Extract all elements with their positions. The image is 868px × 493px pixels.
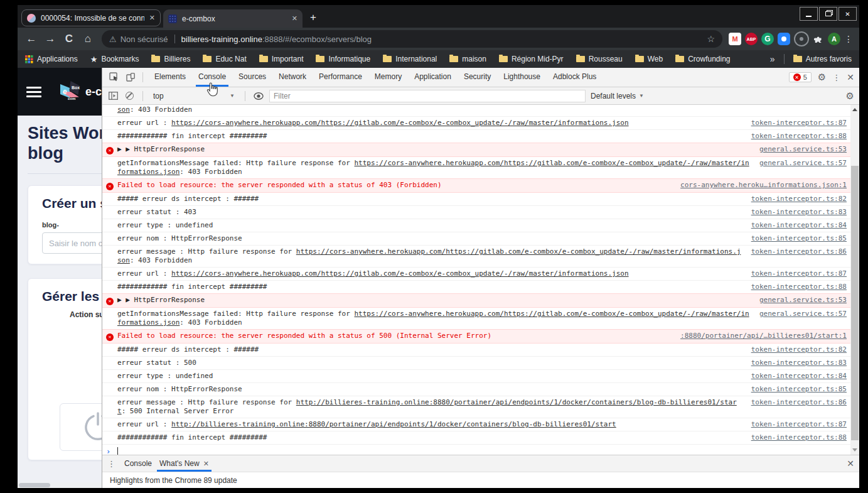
message-url-link[interactable]: https://cors-anywhere.herokuapp.com/http… (171, 269, 628, 278)
expandable-error-object[interactable]: ▶ ▶ HttpErrorResponse (117, 296, 205, 304)
drawer-menu-icon[interactable]: ⋮ (107, 459, 115, 469)
puzzle-extensions-icon[interactable] (813, 33, 824, 45)
reload-icon[interactable]: C (62, 33, 77, 45)
live-expression-eye-icon[interactable] (253, 91, 264, 101)
bookmark-item[interactable]: Région Mid-Pyr (499, 55, 564, 63)
tab-console[interactable]: Console (192, 68, 232, 87)
source-location-link[interactable]: token-interceptor.ts:86 (751, 398, 847, 407)
hamburger-menu-icon[interactable] (26, 84, 41, 100)
chrome-menu-icon[interactable]: ⋮ (844, 34, 853, 44)
bookmark-star-icon[interactable]: ☆ (707, 34, 715, 44)
source-location-link[interactable]: token-interceptor.ts:85 (751, 385, 847, 394)
tab-lighthouse[interactable]: Lighthouse (497, 68, 547, 87)
console-filter-input[interactable] (269, 90, 586, 102)
page-horizontal-scrollbar[interactable] (18, 482, 102, 488)
source-location-link[interactable]: token-interceptor.ts:87 (751, 420, 847, 429)
tab-memory[interactable]: Memory (368, 68, 408, 87)
back-icon[interactable]: ← (24, 33, 39, 45)
bookmark-item[interactable]: Informatique (316, 55, 370, 63)
other-bookmarks-button[interactable]: Autres favoris (793, 55, 852, 63)
message-url-link[interactable]: https://cors-anywhere.herokuapp.com/http… (171, 119, 628, 127)
tab-adblock-plus[interactable]: Adblock Plus (547, 68, 603, 87)
bookmark-item[interactable]: Applications (25, 55, 78, 63)
source-location-link[interactable]: token-interceptor.ts:84 (751, 221, 847, 230)
tab-close-icon[interactable]: ✕ (203, 456, 209, 472)
inspect-element-icon[interactable] (107, 71, 121, 84)
source-location-link[interactable]: token-interceptor.ts:83 (751, 208, 847, 217)
expandable-error-object[interactable]: ▶ ▶ HttpErrorResponse (117, 145, 205, 153)
security-indicator[interactable]: ⚠ Non sécurisé (109, 35, 168, 44)
bookmark-item[interactable]: Billieres (151, 55, 190, 63)
console-settings-gear-icon[interactable]: ⚙ (846, 90, 854, 102)
source-location-link[interactable]: general.service.ts:57 (759, 159, 847, 168)
source-location-link[interactable]: general.service.ts:53 (759, 296, 847, 305)
eye-extension-icon[interactable] (794, 31, 809, 46)
bookmark-item[interactable]: International (383, 55, 437, 63)
tab-application[interactable]: Application (408, 68, 458, 87)
devtools-close-icon[interactable]: ✕ (847, 72, 854, 82)
bookmark-item[interactable]: Crowfunding (675, 55, 730, 63)
bookmark-item[interactable]: ★Bookmarks (90, 55, 139, 64)
drawer-tab-console[interactable]: Console (121, 455, 156, 472)
tab-sources[interactable]: Sources (232, 68, 272, 87)
scrollbar-thumb[interactable] (851, 166, 859, 440)
tab-close-icon[interactable]: ✕ (292, 14, 297, 23)
source-location-link[interactable]: token-interceptor.ts:87 (751, 269, 847, 278)
devtools-menu-icon[interactable]: ⋮ (832, 73, 840, 82)
tab-security[interactable]: Security (458, 68, 497, 87)
source-location-link[interactable]: token-interceptor.ts:88 (751, 433, 847, 442)
forward-icon[interactable]: → (43, 33, 58, 45)
bookmark-item[interactable]: Important (259, 55, 304, 63)
tab-network[interactable]: Network (272, 68, 313, 87)
omnibox[interactable]: ⚠ Non sécurisé billieres-training.online… (102, 30, 722, 48)
error-count-badge[interactable]: ✕5 (789, 72, 812, 82)
message-url-link[interactable]: son (117, 106, 130, 114)
new-tab-button[interactable]: + (310, 11, 316, 24)
console-scrollbar[interactable] (850, 105, 859, 455)
source-location-link[interactable]: :8880/portainer/api/…billieres01/start:1 (680, 332, 847, 340)
clear-console-icon[interactable] (124, 91, 135, 101)
bookmark-item[interactable]: maison (449, 55, 486, 63)
context-selector[interactable]: top ▼ (151, 92, 237, 100)
tab-performance[interactable]: Performance (313, 68, 368, 87)
site-logo[interactable]: e Box com e-c (58, 79, 102, 104)
site-name-input[interactable] (42, 232, 102, 254)
source-location-link[interactable]: cors-anywhere.heroku…informations.json:1 (680, 181, 847, 190)
log-levels-dropdown[interactable]: Default levels ▼ (591, 92, 644, 100)
bookmark-item[interactable]: Rousseau (576, 55, 623, 63)
minimize-button[interactable] (800, 7, 818, 21)
bookmark-item[interactable]: Educ Nat (203, 55, 246, 63)
browser-tab[interactable]: 0000054: Imossible de se connec✕ (21, 9, 161, 26)
source-location-link[interactable]: token-interceptor.ts:86 (751, 247, 847, 256)
console-sidebar-icon[interactable] (107, 91, 119, 101)
source-location-link[interactable]: token-interceptor.ts:85 (751, 234, 847, 243)
browser-tab[interactable]: e-combox✕ (163, 9, 303, 28)
devtools-settings-gear-icon[interactable]: ⚙ (818, 72, 826, 83)
grammarly-extension-icon[interactable]: G (761, 33, 774, 45)
device-toolbar-icon[interactable] (124, 71, 137, 84)
drawer-tab-what-s-new[interactable]: What's New✕ (156, 455, 213, 472)
close-button[interactable]: ✕ (839, 7, 857, 21)
bookmarks-overflow-icon[interactable]: » (770, 54, 775, 64)
source-location-link[interactable]: token-interceptor.ts:83 (751, 359, 847, 367)
whats-new-headline[interactable]: Highlights from the Chrome 89 update (110, 476, 237, 485)
source-location-link[interactable]: token-interceptor.ts:88 (751, 132, 847, 141)
camera-extension-icon[interactable] (778, 33, 790, 45)
maximize-button[interactable] (819, 7, 837, 21)
message-url-link[interactable]: http://billieres-training.online:8880/po… (171, 420, 616, 428)
scroll-down-arrow-icon[interactable] (852, 448, 857, 452)
source-location-link[interactable]: token-interceptor.ts:87 (751, 119, 847, 127)
source-location-link[interactable]: token-interceptor.ts:82 (751, 195, 847, 203)
home-icon[interactable]: ⌂ (80, 33, 95, 45)
drawer-close-icon[interactable]: ✕ (847, 458, 854, 469)
source-location-link[interactable]: token-interceptor.ts:84 (751, 372, 847, 381)
gmail-extension-icon[interactable]: M (729, 33, 741, 45)
tab-close-icon[interactable]: ✕ (149, 14, 155, 22)
source-location-link[interactable]: token-interceptor.ts:88 (751, 283, 847, 291)
scroll-up-arrow-icon[interactable] (852, 108, 857, 111)
profile-avatar[interactable]: A (828, 33, 840, 45)
source-location-link[interactable]: token-interceptor.ts:82 (751, 345, 847, 354)
bookmark-item[interactable]: Web (635, 55, 663, 63)
source-location-link[interactable]: general.service.ts:53 (759, 145, 847, 154)
tab-elements[interactable]: Elements (148, 68, 192, 87)
